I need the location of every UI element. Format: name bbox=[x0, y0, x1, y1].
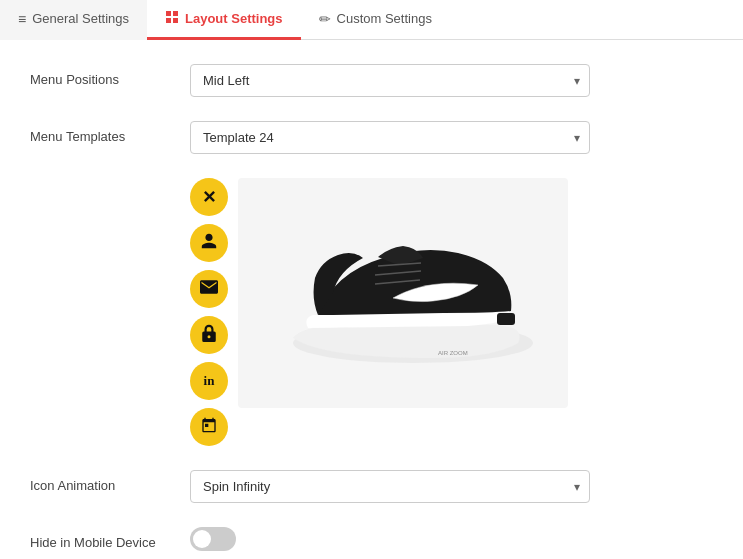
calendar-icon-btn[interactable] bbox=[190, 408, 228, 446]
menu-templates-select[interactable]: Template 24 Template 1 Template 2 Templa… bbox=[190, 121, 590, 154]
hide-mobile-toggle-wrapper bbox=[190, 527, 590, 551]
menu-positions-control: Mid Left Top Left Top Center Top Right M… bbox=[190, 64, 590, 97]
lock-icon bbox=[201, 324, 217, 346]
preview-area: ✕ in bbox=[190, 178, 590, 446]
icon-animation-label: Icon Animation bbox=[30, 470, 190, 493]
main-content: Menu Positions Mid Left Top Left Top Cen… bbox=[0, 40, 743, 559]
calendar-icon bbox=[201, 417, 217, 437]
user-icon-btn[interactable] bbox=[190, 224, 228, 262]
svg-text:AIR ZOOM: AIR ZOOM bbox=[438, 350, 468, 356]
hide-mobile-label: Hide in Mobile Device bbox=[30, 527, 190, 550]
menu-positions-wrapper: Mid Left Top Left Top Center Top Right M… bbox=[190, 64, 590, 97]
hide-mobile-control bbox=[190, 527, 590, 551]
tab-layout[interactable]: Layout Settings bbox=[147, 0, 301, 40]
menu-positions-row: Menu Positions Mid Left Top Left Top Cen… bbox=[30, 64, 713, 97]
x-icon: ✕ bbox=[202, 187, 216, 208]
layout-icon bbox=[165, 10, 179, 27]
menu-templates-wrapper: Template 24 Template 1 Template 2 Templa… bbox=[190, 121, 590, 154]
icon-animation-select[interactable]: Spin Infinity None Spin Bounce Pulse bbox=[190, 470, 590, 503]
icon-animation-row: Icon Animation Spin Infinity None Spin B… bbox=[30, 470, 713, 503]
svg-rect-0 bbox=[166, 11, 171, 16]
menu-positions-label: Menu Positions bbox=[30, 64, 190, 87]
pencil-icon: ✏ bbox=[319, 11, 331, 27]
icon-animation-wrapper: Spin Infinity None Spin Bounce Pulse ▾ bbox=[190, 470, 590, 503]
hide-mobile-row: Hide in Mobile Device bbox=[30, 527, 713, 551]
linkedin-icon-btn[interactable]: in bbox=[190, 362, 228, 400]
icon-column: ✕ in bbox=[190, 178, 228, 446]
close-icon-btn[interactable]: ✕ bbox=[190, 178, 228, 216]
svg-rect-1 bbox=[173, 11, 178, 16]
tab-custom[interactable]: ✏ Custom Settings bbox=[301, 0, 450, 40]
tab-bar: ≡ General Settings Layout Settings ✏ Cus… bbox=[0, 0, 743, 40]
svg-rect-3 bbox=[173, 18, 178, 23]
toggle-slider bbox=[190, 527, 236, 551]
email-icon-btn[interactable] bbox=[190, 270, 228, 308]
menu-templates-label: Menu Templates bbox=[30, 121, 190, 144]
user-icon bbox=[200, 232, 218, 254]
linkedin-icon: in bbox=[204, 373, 215, 389]
shoe-svg: AIR ZOOM bbox=[263, 203, 543, 383]
svg-rect-2 bbox=[166, 18, 171, 23]
menu-positions-select[interactable]: Mid Left Top Left Top Center Top Right M… bbox=[190, 64, 590, 97]
menu-icon: ≡ bbox=[18, 11, 26, 27]
svg-rect-9 bbox=[497, 313, 515, 325]
tab-general[interactable]: ≡ General Settings bbox=[0, 0, 147, 40]
icon-animation-control: Spin Infinity None Spin Bounce Pulse ▾ bbox=[190, 470, 590, 503]
menu-templates-row: Menu Templates Template 24 Template 1 Te… bbox=[30, 121, 713, 154]
shoe-preview-image: AIR ZOOM bbox=[238, 178, 568, 408]
menu-templates-control: Template 24 Template 1 Template 2 Templa… bbox=[190, 121, 590, 154]
envelope-icon bbox=[200, 280, 218, 298]
lock-icon-btn[interactable] bbox=[190, 316, 228, 354]
hide-mobile-toggle[interactable] bbox=[190, 527, 236, 551]
